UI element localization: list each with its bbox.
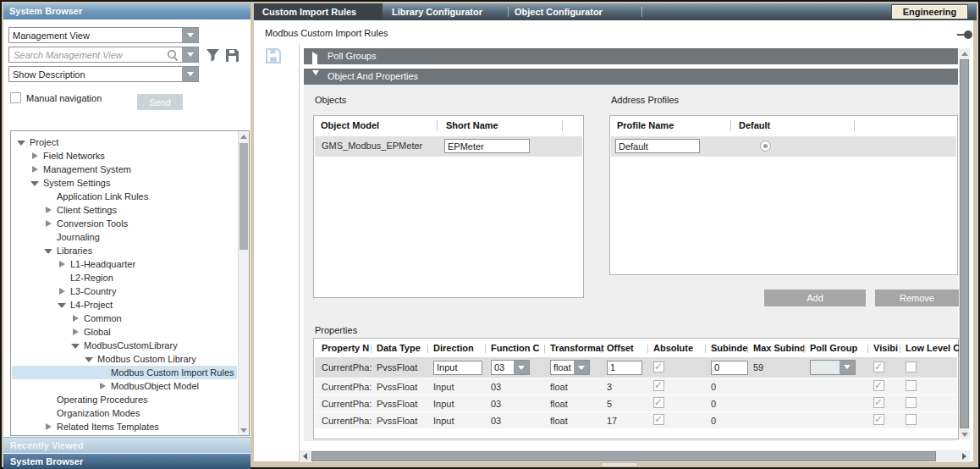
scroll-up-icon[interactable] xyxy=(239,131,249,141)
tree-item-client-settings[interactable]: Client Settings xyxy=(12,203,237,217)
chevron-down-icon[interactable] xyxy=(574,361,589,374)
property-row[interactable]: CurrentPha: PvssFloat Input 03 float 3 0 xyxy=(315,378,957,395)
tree-collapsed-icon[interactable] xyxy=(44,422,53,432)
tree-collapsed-icon[interactable] xyxy=(71,328,80,337)
tree-expanded-icon[interactable] xyxy=(85,355,94,364)
tree-collapsed-icon[interactable] xyxy=(58,287,67,296)
tree-item-organization-modes[interactable]: Organization Modes xyxy=(12,406,237,420)
property-row[interactable]: CurrentPha: PvssFloat Input 03 float 17 … xyxy=(315,411,957,428)
recently-viewed-bar[interactable]: Recently Viewed xyxy=(3,437,251,453)
tree-collapsed-icon[interactable] xyxy=(30,152,40,161)
horizontal-scrollbar-thumb[interactable] xyxy=(311,451,936,461)
tree-item-l1-headquarter[interactable]: L1-Headquarter xyxy=(12,257,237,271)
tab-library-configurator[interactable]: Library Configurator xyxy=(392,3,482,20)
tree-expanded-icon[interactable] xyxy=(44,246,53,256)
scroll-down-icon[interactable] xyxy=(959,429,970,439)
tree-collapsed-icon[interactable] xyxy=(71,314,80,323)
tree-collapsed-icon[interactable] xyxy=(30,165,40,174)
horizontal-scrollbar[interactable] xyxy=(300,450,970,462)
manual-navigation-checkbox[interactable] xyxy=(10,92,21,103)
chevron-down-icon[interactable] xyxy=(514,361,529,374)
tree-collapsed-icon[interactable] xyxy=(44,219,53,229)
chevron-down-icon[interactable] xyxy=(840,361,855,374)
send-button[interactable]: Send xyxy=(137,94,183,110)
visibility-checkbox[interactable] xyxy=(873,397,884,408)
search-dropdown-icon[interactable] xyxy=(182,47,198,62)
offset-input[interactable] xyxy=(607,361,642,375)
tree-item-field-networks[interactable]: Field Networks xyxy=(12,149,237,163)
save-icon[interactable] xyxy=(225,48,239,64)
section-object-and-properties[interactable]: Object And Properties xyxy=(304,69,958,85)
collapsed-arrow-icon[interactable] xyxy=(312,52,317,69)
property-row[interactable]: CurrentPha: PvssFloat Input 03 float 5 0 xyxy=(315,395,957,411)
scroll-right-icon[interactable] xyxy=(959,450,970,462)
poll-group-select[interactable] xyxy=(810,360,856,375)
short-name-input[interactable] xyxy=(444,139,530,153)
absolute-checkbox[interactable] xyxy=(653,361,664,372)
tree-collapsed-icon[interactable] xyxy=(44,206,53,215)
vertical-scrollbar-thumb[interactable] xyxy=(960,59,969,428)
tree-item-project[interactable]: Project xyxy=(12,135,237,149)
tab-object-configurator[interactable]: Object Configurator xyxy=(515,3,603,20)
profile-name-input[interactable] xyxy=(615,139,700,153)
scroll-down-icon[interactable] xyxy=(239,425,249,435)
tree-item-management-system[interactable]: Management System xyxy=(12,163,237,176)
low-level-checkbox[interactable] xyxy=(906,380,917,391)
tree-item-application-link-rules[interactable]: Application Link Rules xyxy=(12,190,237,203)
low-level-checkbox[interactable] xyxy=(906,361,917,372)
tree-item-libraries[interactable]: Libraries xyxy=(12,244,237,257)
description-selector[interactable]: Show Description xyxy=(8,66,199,82)
tree-expanded-icon[interactable] xyxy=(58,301,67,310)
tree-item-modbusobject-model[interactable]: ModbusObject Model xyxy=(12,379,237,393)
vertical-scrollbar[interactable] xyxy=(959,48,970,439)
tree-item-modbus-custom-library[interactable]: Modbus Custom Library xyxy=(12,352,237,366)
tree-item-operating-procedures[interactable]: Operating Procedures xyxy=(12,393,237,406)
visibility-checkbox[interactable] xyxy=(873,414,884,425)
search-icon[interactable] xyxy=(167,49,179,63)
scroll-left-icon[interactable] xyxy=(300,450,311,462)
transformation-select[interactable]: float xyxy=(550,360,590,375)
tree-item-conversion-tools[interactable]: Conversion Tools xyxy=(12,217,237,230)
visibility-checkbox[interactable] xyxy=(873,380,884,391)
window-resize-grip[interactable] xyxy=(601,462,638,467)
tree-item-modbus-custom-import-rules[interactable]: Modbus Custom Import Rules xyxy=(12,366,237,379)
function-code-select[interactable]: 03 xyxy=(491,360,530,375)
objects-row[interactable]: GMS_Modbus_EPMeter xyxy=(315,136,582,157)
tab-custom-import-rules[interactable]: Custom Import Rules xyxy=(254,3,383,20)
tree-scrollbar[interactable] xyxy=(238,131,249,435)
subindex-input[interactable] xyxy=(711,361,748,375)
tree-item-l4-project[interactable]: L4-Project xyxy=(12,298,237,312)
add-button[interactable]: Add xyxy=(764,290,866,306)
property-row-selected[interactable]: CurrentPha: PvssFloat 03 float 59 xyxy=(315,357,957,378)
absolute-checkbox[interactable] xyxy=(653,414,664,425)
tree-collapsed-icon[interactable] xyxy=(58,260,67,269)
absolute-checkbox[interactable] xyxy=(653,397,664,408)
tree-item-global[interactable]: Global xyxy=(12,325,237,339)
low-level-checkbox[interactable] xyxy=(906,397,917,408)
tree-expanded-icon[interactable] xyxy=(17,138,26,147)
scroll-up-icon[interactable] xyxy=(959,48,970,58)
tree-collapsed-icon[interactable] xyxy=(98,382,107,391)
view-selector[interactable]: Management View xyxy=(8,27,199,43)
remove-button[interactable]: Remove xyxy=(875,290,959,306)
absolute-checkbox[interactable] xyxy=(653,380,664,391)
search-box[interactable]: Search Management View xyxy=(8,47,199,63)
low-level-checkbox[interactable] xyxy=(906,414,917,425)
address-profile-row[interactable] xyxy=(611,136,956,157)
tree-scrollbar-thumb[interactable] xyxy=(239,143,248,250)
save-disabled-icon[interactable] xyxy=(266,48,281,65)
pin-icon[interactable] xyxy=(957,30,972,39)
chevron-down-icon[interactable] xyxy=(182,28,198,42)
chevron-down-icon[interactable] xyxy=(182,67,198,81)
visibility-checkbox[interactable] xyxy=(873,361,884,372)
section-poll-groups[interactable]: Poll Groups xyxy=(304,48,958,64)
tree-expanded-icon[interactable] xyxy=(71,341,80,350)
tree-expanded-icon[interactable] xyxy=(30,179,40,188)
tree-item-journaling[interactable]: Journaling xyxy=(12,230,237,244)
tree-item-modbuscustomlibrary[interactable]: ModbusCustomLibrary xyxy=(12,339,237,352)
tree-item-l2-region[interactable]: L2-Region xyxy=(12,271,237,284)
engineering-mode-button[interactable]: Engineering xyxy=(891,4,968,19)
tree-item-common[interactable]: Common xyxy=(12,312,237,325)
tree-item-system-settings[interactable]: System Settings xyxy=(12,176,237,190)
default-profile-radio[interactable] xyxy=(760,141,771,152)
